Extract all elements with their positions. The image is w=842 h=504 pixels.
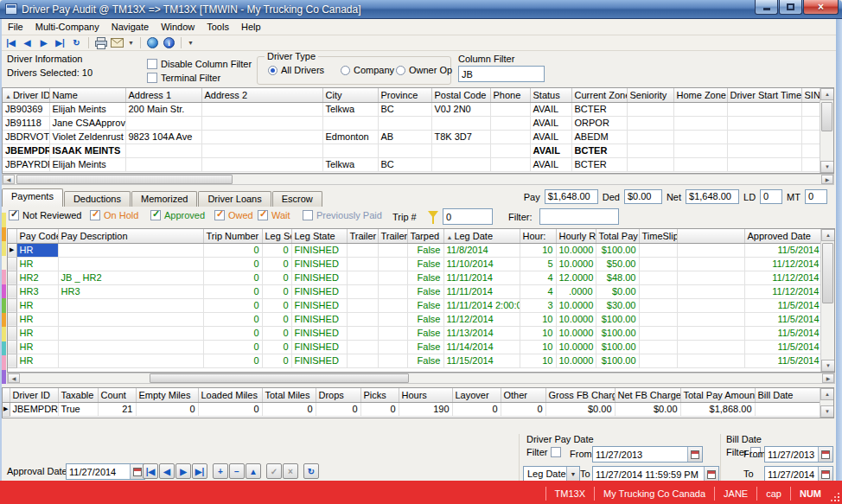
cell[interactable]: 11/12/2014 [744, 257, 820, 271]
column-header[interactable]: Taxable [58, 388, 98, 402]
scroll-right-button[interactable]: ▶ [821, 175, 833, 184]
scroll-track[interactable] [20, 373, 822, 383]
nav-prev-button[interactable]: ◀ [159, 463, 175, 479]
cell[interactable]: $48.00 [596, 271, 639, 284]
summary-grid-vscrollbar[interactable]: ▲ ▼ [820, 388, 833, 418]
column-header[interactable]: Trailer 1 [347, 229, 378, 243]
cell[interactable] [322, 144, 378, 157]
cell[interactable] [801, 144, 820, 157]
cell[interactable]: AVAIL [530, 116, 571, 130]
cell[interactable] [801, 157, 820, 171]
cell[interactable] [347, 257, 378, 271]
scroll-down-button[interactable]: ▼ [821, 360, 835, 372]
column-header[interactable]: Trip Number [203, 229, 262, 243]
bill-date-to-input[interactable] [765, 467, 818, 482]
cell[interactable]: 11/12/2014 [744, 284, 820, 298]
cell[interactable] [322, 116, 378, 130]
chevron-down-icon[interactable]: ▼ [566, 467, 579, 482]
cell[interactable] [727, 157, 801, 171]
cell[interactable] [677, 257, 744, 271]
cell[interactable] [8, 298, 16, 312]
table-row[interactable]: HR00FINISHEDFalse11/11/2014 2:00:00 PM31… [8, 298, 820, 312]
cell[interactable]: 10.0000 [556, 326, 596, 340]
cell[interactable]: 0 [262, 298, 291, 312]
column-header[interactable]: City [322, 88, 378, 102]
cell[interactable]: $100.00 [596, 326, 639, 340]
bill-date-from-picker-button[interactable] [818, 447, 832, 462]
column-header[interactable]: Phone [490, 88, 530, 102]
cell[interactable]: 0 [203, 326, 262, 340]
column-header[interactable]: Hour: [520, 229, 556, 243]
cell[interactable]: AVAIL [530, 102, 571, 116]
bill-date-to-picker-button[interactable] [818, 467, 832, 482]
cell[interactable] [490, 157, 530, 171]
driver-pay-from-field[interactable] [592, 446, 703, 463]
cell[interactable] [347, 243, 378, 257]
cell[interactable] [58, 243, 203, 257]
menu-multi-company[interactable]: Multi-Company [29, 20, 105, 34]
table-row[interactable]: HR00FINISHEDFalse11/12/20141010.0000$100… [8, 312, 820, 326]
cell[interactable] [58, 298, 203, 312]
cell[interactable] [201, 130, 322, 144]
cell[interactable]: $50.00 [596, 257, 639, 271]
scroll-thumb[interactable] [16, 175, 233, 184]
cell[interactable]: 11/15/2014 [443, 354, 520, 367]
refresh-button[interactable]: ↻ [68, 35, 85, 50]
driver-grid-hscrollbar[interactable]: ◀ ▶ [2, 174, 834, 185]
cell[interactable] [8, 271, 16, 284]
edit-record-button[interactable]: ▲ [246, 463, 261, 479]
cell[interactable]: 11/14/2014 [443, 340, 520, 354]
cell[interactable] [677, 312, 744, 326]
web-button[interactable] [144, 35, 161, 50]
column-header[interactable]: Trailer 2 [378, 229, 407, 243]
cell[interactable] [639, 271, 677, 284]
cell[interactable]: 0 [262, 402, 316, 416]
cell[interactable]: False [407, 298, 443, 312]
cell[interactable]: Violet Zeldenrust [49, 130, 125, 144]
cell[interactable]: 10 [520, 243, 556, 257]
cell[interactable]: 0 [262, 312, 291, 326]
cell[interactable]: HR [16, 354, 58, 367]
cell[interactable]: False [407, 243, 443, 257]
cell[interactable]: 11/5/2014 [744, 312, 820, 326]
cell[interactable]: HR [16, 257, 58, 271]
cell[interactable]: BCTER [571, 144, 627, 157]
table-row[interactable]: ▶HR00FINISHEDFalse11/8/20141010.0000$100… [8, 243, 820, 257]
column-filter-input[interactable] [458, 66, 545, 82]
cell[interactable] [627, 130, 673, 144]
radio-all-drivers[interactable]: All Drivers [268, 65, 324, 75]
cell[interactable]: 10.0000 [556, 340, 596, 354]
first-record-button[interactable]: |◀ [3, 35, 19, 50]
cell[interactable]: HR3 [16, 284, 58, 298]
cell[interactable]: False [407, 326, 443, 340]
cell[interactable] [378, 298, 407, 312]
cell[interactable]: T8K 3D7 [431, 130, 490, 144]
cell[interactable] [125, 144, 201, 157]
on-hold-checkbox[interactable]: On Hold [90, 210, 138, 220]
post-record-button[interactable]: ✓ [266, 463, 282, 479]
column-header[interactable]: Postal Code [431, 88, 490, 102]
table-row[interactable]: HR00FINISHEDFalse11/10/2014510.0000$50.0… [8, 257, 820, 271]
cell[interactable]: Elijah Meints [49, 157, 125, 171]
cell[interactable]: BC [378, 102, 431, 116]
cell[interactable] [431, 144, 490, 157]
table-row[interactable]: HR00FINISHEDFalse11/14/20141010.0000$100… [8, 340, 820, 354]
cell[interactable] [431, 157, 490, 171]
column-header[interactable] [8, 229, 16, 243]
table-row[interactable]: HR3HR300FINISHEDFalse11/11/20144.0000$0.… [8, 284, 820, 298]
cell[interactable] [201, 116, 322, 130]
print-button[interactable] [92, 35, 109, 50]
cell[interactable]: BCTER [571, 157, 627, 171]
tab-deductions[interactable]: Deductions [64, 191, 131, 207]
cell[interactable] [58, 326, 203, 340]
column-header[interactable]: Driver Start Time [727, 88, 801, 102]
cell[interactable]: 10 [520, 354, 556, 367]
cell[interactable]: AB [378, 130, 431, 144]
cell[interactable]: 0 [316, 402, 360, 416]
cell[interactable] [639, 312, 677, 326]
cell[interactable] [677, 326, 744, 340]
cell[interactable]: False [407, 257, 443, 271]
driver-grid-vscrollbar[interactable]: ▲ ▼ [820, 88, 833, 173]
next-record-button[interactable]: ▶ [35, 35, 52, 50]
cell[interactable] [8, 340, 16, 354]
